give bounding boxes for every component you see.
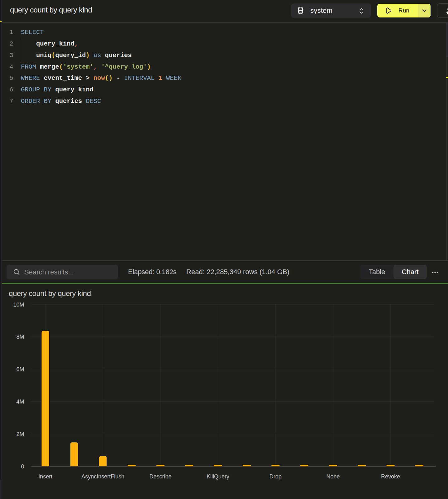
svg-text:8M: 8M (16, 334, 24, 340)
svg-text:6M: 6M (16, 366, 24, 372)
svg-text:KillQuery: KillQuery (207, 473, 229, 480)
svg-text:query count by query kind: query count by query kind (9, 289, 91, 298)
svg-text:Insert: Insert (38, 473, 52, 480)
svg-text:10M: 10M (13, 302, 24, 308)
svg-text:Revoke: Revoke (381, 473, 400, 480)
svg-text:AsyncInsertFlush: AsyncInsertFlush (81, 473, 124, 480)
svg-text:Describe: Describe (149, 473, 171, 480)
svg-text:0: 0 (21, 463, 24, 470)
svg-text:4M: 4M (16, 399, 24, 405)
svg-text:2M: 2M (16, 431, 24, 437)
svg-text:Drop: Drop (269, 473, 282, 480)
svg-text:None: None (326, 473, 340, 480)
